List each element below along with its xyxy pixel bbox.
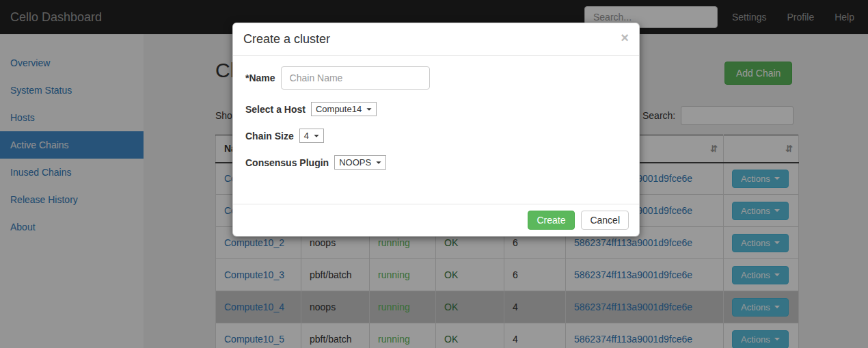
plugin-field-label: Consensus Plugin — [245, 157, 329, 168]
chain-size-select[interactable]: 4 — [299, 129, 324, 143]
create-button[interactable]: Create — [528, 211, 574, 230]
cancel-button[interactable]: Cancel — [581, 211, 629, 230]
host-select[interactable]: Compute14 — [311, 102, 377, 116]
caret-down-icon — [376, 161, 381, 164]
name-field-row: *Name — [245, 66, 627, 90]
create-cluster-modal: Create a cluster × *Name Select a Host C… — [232, 23, 640, 237]
consensus-plugin-select[interactable]: NOOPS — [334, 155, 386, 170]
modal-footer: Create Cancel — [233, 204, 639, 236]
caret-down-icon — [367, 108, 372, 111]
close-icon[interactable]: × — [621, 31, 629, 44]
modal-header: Create a cluster × — [233, 23, 639, 56]
chain-name-input[interactable] — [281, 66, 430, 90]
modal-title: Create a cluster — [243, 32, 330, 46]
caret-down-icon — [314, 135, 318, 137]
modal-body: *Name Select a Host Compute14 Chain Size… — [233, 56, 639, 204]
plugin-field-row: Consensus Plugin NOOPS — [245, 155, 627, 170]
host-field-label: Select a Host — [245, 104, 306, 115]
app-root: Cello Dashboard Settings Profile Help Ov… — [0, 0, 868, 348]
host-field-row: Select a Host Compute14 — [245, 102, 627, 116]
size-field-row: Chain Size 4 — [245, 129, 627, 143]
size-field-label: Chain Size — [245, 131, 294, 142]
name-field-label: *Name — [245, 72, 275, 83]
